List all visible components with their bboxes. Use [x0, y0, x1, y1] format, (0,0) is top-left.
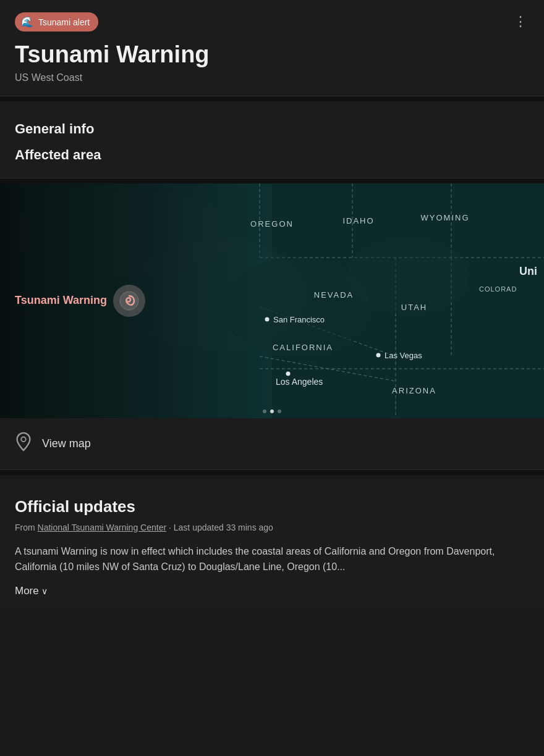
general-info-section: General info Affected area	[0, 106, 544, 178]
map-section[interactable]: OREGON IDAHO WYOMING NEVADA UTAH CALIFOR…	[0, 183, 544, 418]
more-link[interactable]: More ∨	[15, 585, 48, 597]
svg-point-33	[21, 437, 26, 442]
svg-text:San Francisco: San Francisco	[273, 315, 325, 324]
section-divider-1	[0, 96, 544, 101]
svg-text:Uni: Uni	[519, 265, 537, 277]
tsunami-map-icon	[113, 285, 145, 317]
map-dot-3	[278, 410, 281, 413]
svg-text:UTAH: UTAH	[401, 303, 427, 312]
updates-source-link[interactable]: National Tsunami Warning Center	[38, 523, 167, 532]
official-updates-section: Official updates From National Tsunami W…	[0, 480, 544, 610]
alert-badge-label: Tsunami alert	[38, 17, 90, 27]
svg-text:WYOMING: WYOMING	[421, 213, 470, 222]
map-dot-2	[270, 410, 274, 413]
general-info-title: General info	[15, 121, 529, 137]
tsunami-badge-icon: 🌊	[21, 16, 33, 28]
updates-source: From National Tsunami Warning Center · L…	[15, 523, 529, 532]
svg-point-27	[376, 353, 381, 357]
header-section: 🌊 Tsunami alert ⋮ Tsunami Warning US Wes…	[0, 0, 544, 96]
section-divider-3	[0, 470, 544, 475]
map-pagination-dots	[263, 410, 281, 413]
svg-text:Las Vegas: Las Vegas	[385, 351, 422, 360]
map-warning-label: Tsunami Warning	[15, 285, 145, 317]
view-map-row[interactable]: View map	[0, 418, 544, 470]
svg-text:COLORAD: COLORAD	[479, 285, 517, 293]
updates-title: Official updates	[15, 497, 529, 516]
svg-text:CALIFORNIA: CALIFORNIA	[273, 343, 333, 352]
map-warning-text: Tsunami Warning	[15, 294, 107, 307]
page-subtitle: US West Coast	[15, 72, 529, 83]
svg-point-15	[346, 239, 470, 313]
svg-text:NEVADA: NEVADA	[314, 290, 354, 300]
svg-text:Los Angeles: Los Angeles	[276, 377, 323, 387]
map-dot-1	[263, 410, 266, 413]
updates-source-timestamp: · Last updated 33 mins ago	[169, 523, 273, 532]
more-options-button[interactable]: ⋮	[509, 12, 533, 31]
section-divider-2	[0, 178, 544, 183]
location-pin-icon	[15, 432, 32, 456]
view-map-label: View map	[42, 437, 91, 450]
affected-area-title: Affected area	[15, 147, 529, 163]
more-label: More	[15, 585, 39, 597]
alert-badge: 🌊 Tsunami alert	[15, 12, 98, 32]
map-background: OREGON IDAHO WYOMING NEVADA UTAH CALIFOR…	[0, 183, 544, 418]
svg-text:ARIZONA: ARIZONA	[392, 386, 436, 395]
svg-text:IDAHO: IDAHO	[342, 216, 374, 225]
updates-source-prefix: From	[15, 523, 35, 532]
svg-point-29	[286, 371, 291, 376]
updates-body-text: A tsunami Warning is now in effect which…	[15, 544, 529, 575]
page-title: Tsunami Warning	[15, 41, 529, 69]
chevron-down-icon: ∨	[41, 586, 48, 596]
